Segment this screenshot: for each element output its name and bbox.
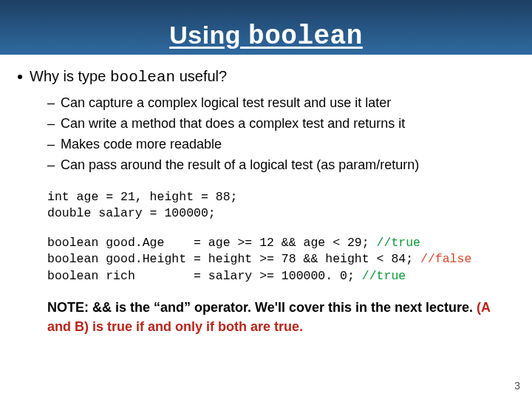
code-line: int age = 21, height = 88; bbox=[47, 189, 514, 205]
main-bullet: Why is type boolean useful? bbox=[18, 68, 514, 86]
title-bar: Using boolean bbox=[0, 0, 532, 55]
list-item: –Can capture a complex logical test resu… bbox=[47, 93, 514, 114]
code-block-1: int age = 21, height = 88;double salary … bbox=[47, 189, 514, 222]
code-comment: //true bbox=[377, 236, 420, 250]
code-comment: //false bbox=[420, 252, 471, 266]
slide-content: Why is type boolean useful? –Can capture… bbox=[0, 55, 532, 336]
slide-title: Using boolean bbox=[169, 21, 363, 52]
code-line: boolean good.Height = height >= 78 && he… bbox=[47, 251, 514, 267]
dash-icon: – bbox=[47, 93, 61, 114]
bullet-mono: boolean bbox=[110, 69, 175, 86]
code-pre: boolean good.Age = age >= 12 && age < 29… bbox=[47, 236, 377, 250]
list-item-text: Can pass around the result of a logical … bbox=[61, 155, 419, 176]
title-prefix: Using bbox=[169, 21, 248, 49]
list-item-text: Can write a method that does a complex t… bbox=[61, 114, 405, 134]
list-item: –Can write a method that does a complex … bbox=[47, 114, 514, 134]
title-mono: boolean bbox=[248, 21, 363, 52]
list-item: –Makes code more readable bbox=[47, 134, 514, 155]
code-pre: boolean rich = salary >= 100000. 0; bbox=[47, 269, 362, 283]
bullet-dot-icon bbox=[18, 75, 22, 79]
bullet-text: Why is type boolean useful? bbox=[30, 68, 227, 86]
dash-icon: – bbox=[47, 134, 61, 155]
code-line: double salary = 100000; bbox=[47, 205, 514, 222]
code-block-2: boolean good.Age = age >= 12 && age < 29… bbox=[47, 235, 514, 284]
list-item: –Can pass around the result of a logical… bbox=[47, 155, 514, 176]
bullet-after: useful? bbox=[175, 68, 227, 84]
dash-icon: – bbox=[47, 114, 61, 134]
page-number: 3 bbox=[514, 380, 520, 392]
sub-bullet-list: –Can capture a complex logical test resu… bbox=[47, 93, 514, 176]
list-item-text: Makes code more readable bbox=[61, 134, 222, 155]
code-pre: boolean good.Height = height >= 78 && he… bbox=[47, 252, 420, 266]
note-text: NOTE: && is the “and” operator. We'll co… bbox=[47, 298, 514, 336]
code-line: boolean rich = salary >= 100000. 0; //tr… bbox=[47, 268, 514, 284]
code-comment: //true bbox=[362, 269, 406, 283]
list-item-text: Can capture a complex logical test resul… bbox=[61, 93, 391, 114]
dash-icon: – bbox=[47, 155, 61, 176]
note-part1: NOTE: && is the “and” operator. We'll co… bbox=[47, 300, 477, 315]
bullet-before: Why is type bbox=[30, 68, 110, 84]
code-line: boolean good.Age = age >= 12 && age < 29… bbox=[47, 235, 514, 251]
